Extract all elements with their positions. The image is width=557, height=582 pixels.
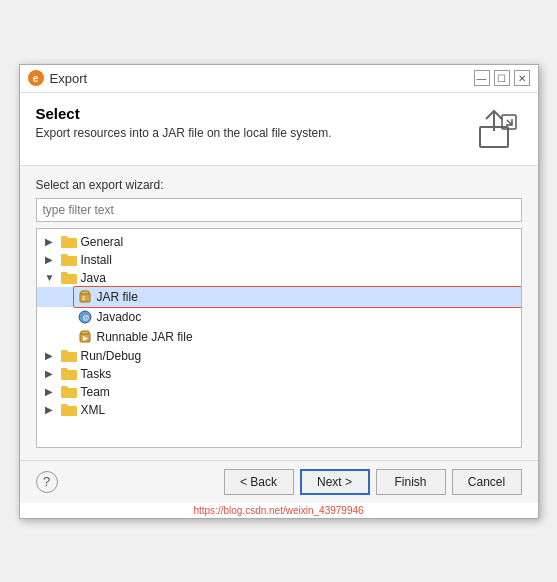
folder-icon — [61, 404, 77, 416]
tree-item-label: XML — [81, 403, 106, 417]
tree-item-tasks[interactable]: ▶ Tasks — [37, 365, 521, 383]
tree-item-label: Runnable JAR file — [97, 330, 193, 344]
tree-item-label: JAR file — [97, 290, 138, 304]
folder-icon — [61, 236, 77, 248]
svg-rect-5 — [81, 291, 89, 294]
tree-item-run-debug[interactable]: ▶ Run/Debug — [37, 347, 521, 365]
app-icon: e — [28, 70, 44, 86]
arrow-expanded-icon: ▼ — [45, 272, 59, 283]
tree-item-install[interactable]: ▶ Install — [37, 251, 521, 269]
footer-buttons: < Back Next > Finish Cancel — [224, 469, 522, 495]
tree-item-label: Run/Debug — [81, 349, 142, 363]
dialog-footer: ? < Back Next > Finish Cancel — [20, 460, 538, 503]
svg-text:J: J — [82, 295, 85, 301]
tree-item-team[interactable]: ▶ Team — [37, 383, 521, 401]
runnable-jar-icon — [77, 329, 93, 345]
jar-icon: J — [77, 289, 93, 305]
back-button[interactable]: < Back — [224, 469, 294, 495]
help-button[interactable]: ? — [36, 471, 58, 493]
minimize-button[interactable]: — — [474, 70, 490, 86]
export-dialog: e Export — ☐ ✕ Select Export resources i… — [19, 64, 539, 519]
folder-icon — [61, 386, 77, 398]
arrow-icon: ▶ — [45, 404, 59, 415]
arrow-icon: ▶ — [45, 254, 59, 265]
window-controls: — ☐ ✕ — [474, 70, 530, 86]
svg-rect-10 — [81, 331, 89, 334]
tree-item-runnable-jar[interactable]: ▶ Runnable JAR file — [37, 327, 521, 347]
cancel-button[interactable]: Cancel — [452, 469, 522, 495]
header-icon — [474, 105, 522, 153]
close-button[interactable]: ✕ — [514, 70, 530, 86]
folder-icon — [61, 350, 77, 362]
watermark: https://blog.csdn.net/weixin_43979946 — [20, 503, 538, 518]
next-button[interactable]: Next > — [300, 469, 370, 495]
tree-item-java[interactable]: ▼ Java — [37, 269, 521, 287]
tree-item-jar-file[interactable]: ▶ J JAR file — [37, 287, 521, 307]
dialog-title: Select — [36, 105, 474, 122]
tree-item-label: General — [81, 235, 124, 249]
tree-item-label: Java — [81, 271, 106, 285]
javadoc-icon: @ — [77, 309, 93, 325]
footer-left: ? — [36, 471, 58, 493]
tree-item-label: Team — [81, 385, 110, 399]
dialog-header: Select Export resources into a JAR file … — [20, 93, 538, 166]
tree-item-general[interactable]: ▶ General — [37, 233, 521, 251]
folder-icon — [61, 368, 77, 380]
finish-button[interactable]: Finish — [376, 469, 446, 495]
window-title: Export — [50, 71, 468, 86]
tree-item-javadoc[interactable]: ▶ @ Javadoc — [37, 307, 521, 327]
tree-item-label: Tasks — [81, 367, 112, 381]
tree-container[interactable]: ▶ General ▶ Install ▼ Java ▶ — [36, 228, 522, 448]
arrow-icon: ▶ — [45, 386, 59, 397]
filter-input[interactable] — [36, 198, 522, 222]
maximize-button[interactable]: ☐ — [494, 70, 510, 86]
folder-icon — [61, 272, 77, 284]
arrow-icon: ▶ — [45, 350, 59, 361]
arrow-icon: ▶ — [45, 368, 59, 379]
svg-text:@: @ — [82, 314, 89, 321]
title-bar: e Export — ☐ ✕ — [20, 65, 538, 93]
tree-item-label: Install — [81, 253, 112, 267]
tree-item-xml[interactable]: ▶ XML — [37, 401, 521, 419]
header-content: Select Export resources into a JAR file … — [36, 105, 474, 140]
folder-icon — [61, 254, 77, 266]
tree-item-label: Javadoc — [97, 310, 142, 324]
arrow-icon: ▶ — [45, 236, 59, 247]
wizard-label: Select an export wizard: — [36, 178, 522, 192]
dialog-description: Export resources into a JAR file on the … — [36, 126, 474, 140]
dialog-body: Select an export wizard: ▶ General ▶ Ins… — [20, 166, 538, 460]
